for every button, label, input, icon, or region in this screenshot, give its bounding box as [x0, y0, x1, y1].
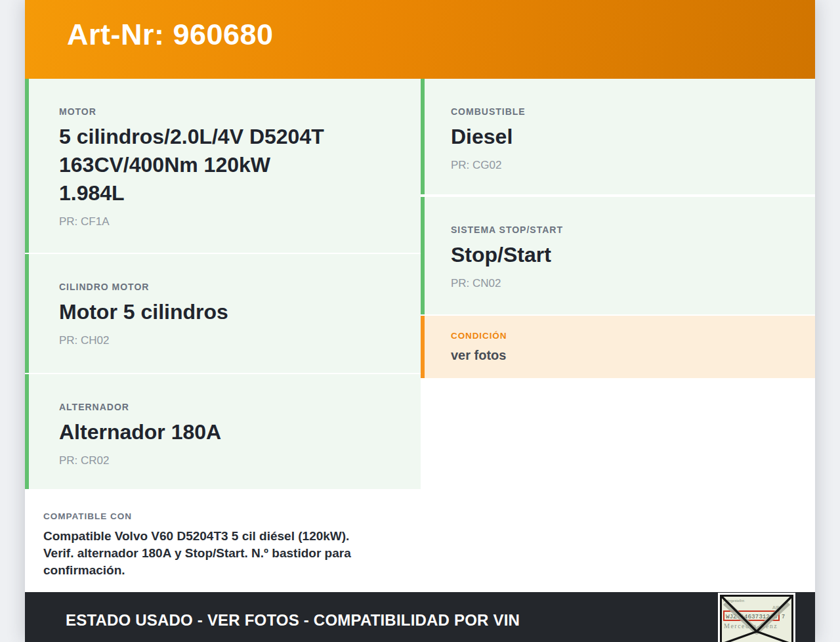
spec-card-motor: MOTOR 5 cilindros/2.0L/4V D5204T 163CV/4… — [25, 79, 421, 253]
registration-document-image: Fahrgestellnr. AiB WJZ7146373124B 7 Merc… — [720, 595, 793, 642]
spec-pr-code: PR: CH02 — [59, 333, 401, 348]
spec-value: 5 cilindros/2.0L/4V D5204T 163CV/400Nm 1… — [59, 123, 401, 207]
spec-pr-code: PR: CG02 — [451, 158, 795, 173]
compatibility-text: Compatible Volvo V60 D5204T3 5 cil diése… — [43, 528, 404, 579]
compatibility-label: COMPATIBLE CON — [43, 510, 404, 523]
spec-value: Motor 5 cilindros — [59, 298, 401, 326]
condition-card: CONDICIÓN ver fotos — [421, 316, 815, 378]
spec-card-stop-start: SISTEMA STOP/START Stop/Start PR: CN02 — [421, 197, 815, 314]
spec-columns: MOTOR 5 cilindros/2.0L/4V D5204T 163CV/4… — [25, 79, 815, 592]
spec-label: MOTOR — [59, 105, 401, 118]
spec-pr-code: PR: CN02 — [451, 276, 795, 291]
product-sheet: Art-Nr: 960680 MOTOR 5 cilindros/2.0L/4V… — [25, 0, 815, 642]
spec-label: ALTERNADOR — [59, 400, 401, 414]
footer-status-text: ESTADO USADO - VER FOTOS - COMPATIBILIDA… — [66, 611, 520, 630]
spec-card-cilindro-motor: CILINDRO MOTOR Motor 5 cilindros PR: CH0… — [25, 254, 421, 373]
condition-label: CONDICIÓN — [451, 330, 802, 342]
spec-value: Diesel — [451, 123, 795, 151]
spec-card-combustible: COMBUSTIBLE Diesel PR: CG02 — [421, 79, 815, 194]
article-number-title: Art-Nr: 960680 — [25, 0, 815, 50]
right-column: COMBUSTIBLE Diesel PR: CG02 SISTEMA STOP… — [421, 79, 815, 378]
spec-pr-code: PR: CF1A — [59, 215, 401, 229]
left-column: MOTOR 5 cilindros/2.0L/4V D5204T 163CV/4… — [25, 79, 421, 592]
registration-document-thumbnail: Fahrgestellnr. AiB WJZ7146373124B 7 Merc… — [718, 593, 795, 642]
spec-label: CILINDRO MOTOR — [59, 280, 401, 293]
spec-value: Alternador 180A — [59, 418, 401, 446]
compatibility-card: COMPATIBLE CON Compatible Volvo V60 D520… — [25, 490, 421, 592]
condition-value: ver fotos — [451, 347, 802, 364]
spec-pr-code: PR: CR02 — [59, 454, 401, 468]
status-footer-bar: ESTADO USADO - VER FOTOS - COMPATIBILIDA… — [25, 592, 815, 642]
vin-check-digit: 7 — [782, 614, 785, 620]
page-header: Art-Nr: 960680 — [25, 0, 815, 79]
spec-label: COMBUSTIBLE — [451, 105, 795, 118]
spec-card-alternador: ALTERNADOR Alternador 180A PR: CR02 — [25, 374, 421, 489]
spec-value: Stop/Start — [451, 241, 795, 269]
spec-label: SISTEMA STOP/START — [451, 223, 795, 236]
